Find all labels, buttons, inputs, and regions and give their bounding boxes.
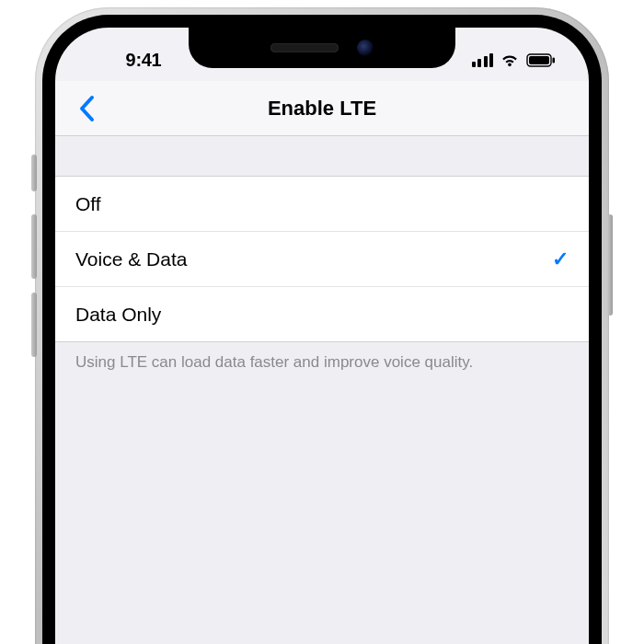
cellular-icon bbox=[472, 52, 494, 67]
options-list: Off Voice & Data ✓ Data Only bbox=[55, 177, 589, 342]
svg-rect-1 bbox=[529, 56, 549, 64]
option-data-only[interactable]: Data Only bbox=[55, 287, 589, 342]
notch bbox=[189, 28, 455, 68]
phone-bezel: 9:41 bbox=[42, 15, 602, 644]
option-label: Voice & Data bbox=[75, 248, 187, 270]
group-spacer bbox=[55, 136, 589, 177]
option-voice-and-data[interactable]: Voice & Data ✓ bbox=[55, 232, 589, 287]
footer-note: Using LTE can load data faster and impro… bbox=[55, 342, 589, 383]
option-label: Data Only bbox=[75, 304, 161, 326]
back-button[interactable] bbox=[68, 90, 105, 127]
screen: 9:41 bbox=[55, 28, 589, 644]
page-title: Enable LTE bbox=[268, 97, 376, 121]
option-off[interactable]: Off bbox=[55, 177, 589, 232]
volume-up bbox=[31, 214, 37, 279]
phone-frame: 9:41 bbox=[35, 7, 609, 644]
status-indicators bbox=[445, 52, 556, 67]
nav-bar: Enable LTE bbox=[55, 81, 589, 136]
empty-area bbox=[55, 383, 589, 644]
checkmark-icon: ✓ bbox=[552, 247, 569, 271]
speaker bbox=[270, 43, 339, 52]
chevron-left-icon bbox=[78, 95, 95, 122]
front-camera bbox=[357, 40, 374, 56]
wifi-icon bbox=[500, 52, 520, 67]
mute-switch bbox=[31, 155, 37, 191]
status-time: 9:41 bbox=[88, 50, 199, 71]
power-button bbox=[607, 214, 613, 316]
volume-down bbox=[31, 293, 37, 357]
svg-rect-2 bbox=[553, 57, 556, 63]
option-label: Off bbox=[75, 193, 101, 215]
battery-icon bbox=[526, 53, 556, 67]
